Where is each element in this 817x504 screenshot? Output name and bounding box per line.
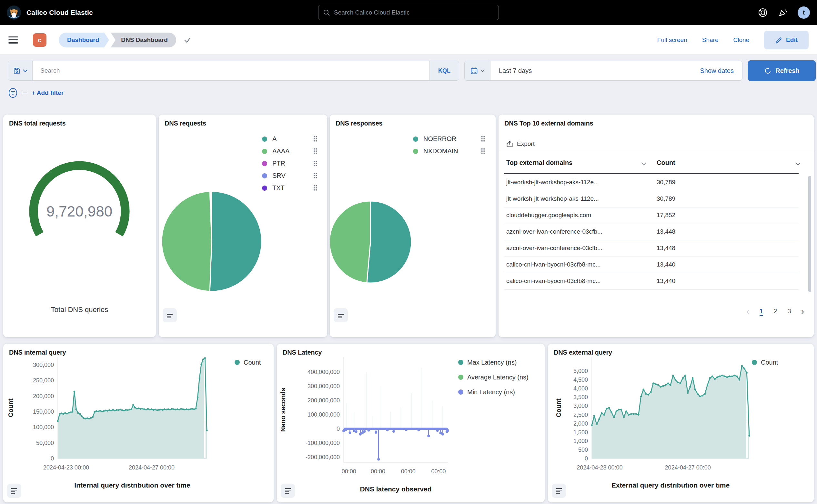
legend-actions-icon[interactable]: [314, 136, 318, 142]
cell-count: 13,448: [657, 245, 675, 252]
svg-text:500: 500: [578, 447, 588, 453]
pagination-page-3[interactable]: 3: [787, 307, 791, 315]
pagination-page-1[interactable]: 1: [760, 307, 763, 315]
pie-slice-noerror[interactable]: [367, 201, 411, 283]
time-range-value[interactable]: Last 7 days: [499, 67, 700, 75]
global-search-input[interactable]: Search Calico Cloud Elastic: [318, 5, 499, 20]
export-button[interactable]: Export: [506, 140, 535, 147]
svg-text:200,000: 200,000: [33, 393, 54, 399]
divider: [499, 152, 814, 152]
total-requests-gauge: 9,720,980: [3, 115, 156, 295]
calico-logo[interactable]: [6, 5, 21, 20]
svg-text:00:00: 00:00: [342, 468, 356, 475]
svg-text:-100,000,000: -100,000,000: [306, 440, 340, 446]
calendar-menu-button[interactable]: [465, 61, 490, 80]
legend-actions-icon[interactable]: [314, 161, 318, 166]
svg-text:250,000: 250,000: [33, 377, 54, 384]
global-search-placeholder: Search Calico Cloud Elastic: [334, 9, 409, 16]
help-icon[interactable]: [758, 7, 768, 18]
cell-domain: azcni-over-ivan-conference-03cfb...: [506, 245, 602, 252]
legend-toggle-button[interactable]: [334, 308, 348, 322]
pagination-page-2[interactable]: 2: [773, 307, 777, 315]
legend-item-noerror[interactable]: NOERROR: [413, 135, 485, 143]
kql-search-box[interactable]: Search KQL: [8, 61, 459, 81]
svg-text:2,000: 2,000: [573, 420, 588, 427]
chevron-down-icon: [480, 69, 485, 72]
legend-actions-icon[interactable]: [314, 185, 318, 191]
filter-icon[interactable]: [8, 88, 18, 98]
svg-text:200,000,000: 200,000,000: [308, 397, 340, 404]
sort-chevron-icon[interactable]: [795, 162, 801, 166]
dns-latency-line-chart: -200,000,000-100,000,0000100,000,000200,…: [277, 344, 545, 502]
breadcrumb-dns-dashboard[interactable]: DNS Dashboard: [111, 33, 176, 47]
refresh-button[interactable]: Refresh: [748, 60, 816, 81]
show-dates-button[interactable]: Show dates: [700, 67, 734, 75]
pagination-next-icon[interactable]: ›: [801, 308, 804, 315]
panel-title: DNS Latency: [283, 349, 322, 356]
list-icon: [10, 487, 18, 495]
legend-item-txt[interactable]: TXT: [262, 184, 318, 192]
pie-slice-nxdomain[interactable]: [330, 201, 370, 283]
share-button[interactable]: Share: [702, 36, 719, 44]
panel-title: DNS external query: [554, 349, 612, 356]
space-badge[interactable]: c: [33, 33, 46, 47]
panel-dns-requests: DNS requests AAAAAPTRSRVTXT: [159, 115, 327, 337]
svg-text:100,000: 100,000: [33, 424, 54, 430]
query-input-placeholder: Search: [40, 67, 429, 74]
legend-item-nxdomain[interactable]: NXDOMAIN: [413, 147, 485, 155]
user-avatar[interactable]: t: [798, 6, 810, 19]
table-row: clouddebugger.googleapis.com17,852: [499, 207, 814, 224]
dns-responses-legend: NOERRORNXDOMAIN: [413, 135, 485, 155]
list-icon: [166, 311, 174, 319]
column-header-count[interactable]: Count: [657, 159, 675, 166]
search-icon: [323, 9, 330, 16]
legend-toggle-button[interactable]: [163, 308, 177, 322]
cell-count: 30,789: [657, 195, 675, 202]
table-row: jlt-worksh-jlt-workshop-aks-112e...30,78…: [499, 191, 814, 207]
breadcrumb: Dashboard DNS Dashboard: [59, 33, 192, 47]
news-party-popper-icon[interactable]: [778, 7, 788, 18]
legend-toggle-button[interactable]: [7, 484, 21, 498]
svg-text:50,000: 50,000: [36, 440, 54, 446]
legend-label: PTR: [272, 160, 285, 167]
svg-text:00:00: 00:00: [401, 468, 416, 475]
legend-actions-icon[interactable]: [481, 136, 485, 142]
menu-icon[interactable]: [8, 36, 18, 44]
pagination-previous-icon[interactable]: ‹: [746, 308, 749, 315]
sort-chevron-icon[interactable]: [641, 162, 646, 166]
legend-toggle-button[interactable]: [552, 484, 566, 498]
edit-button[interactable]: Edit: [764, 31, 809, 49]
kql-language-button[interactable]: KQL: [429, 61, 459, 80]
full-screen-button[interactable]: Full screen: [657, 36, 687, 44]
internal-query-area-chart: 050,000100,000150,000200,000250,000300,0…: [3, 344, 274, 502]
legend-item-aaaa[interactable]: AAAA: [262, 147, 318, 155]
legend-actions-icon[interactable]: [481, 148, 485, 154]
pie-slice-a[interactable]: [210, 191, 262, 291]
legend-actions-icon[interactable]: [314, 173, 318, 179]
add-filter-button[interactable]: + Add filter: [32, 89, 64, 96]
clone-button[interactable]: Clone: [733, 36, 749, 44]
legend-dot: [413, 136, 418, 142]
legend-label: A: [272, 135, 277, 143]
table-scrollbar[interactable]: [808, 176, 811, 292]
legend-item-srv[interactable]: SRV: [262, 172, 318, 179]
svg-text:2024-04-27 00:00: 2024-04-27 00:00: [129, 464, 175, 471]
pie-slice-aaaa[interactable]: [162, 191, 212, 291]
legend-dot: [262, 161, 267, 166]
legend-toggle-button[interactable]: [281, 484, 295, 498]
svg-text:00:00: 00:00: [371, 468, 385, 475]
svg-text:5,000: 5,000: [573, 368, 588, 374]
cell-domain: calico-cni-ivan-byocni-03cfb8-mc...: [506, 277, 601, 285]
table-row: calico-cni-ivan-byocni-03cfb8-mc...13,44…: [499, 257, 814, 273]
column-header-domains[interactable]: Top external domains: [506, 159, 572, 166]
cell-domain: azcni-over-ivan-conference-03cfb...: [506, 228, 602, 235]
breadcrumb-dashboard[interactable]: Dashboard: [59, 33, 109, 47]
svg-text:400,000,000: 400,000,000: [308, 369, 340, 375]
date-picker[interactable]: Last 7 days Show dates: [464, 61, 742, 81]
legend-actions-icon[interactable]: [314, 148, 318, 154]
legend-item-a[interactable]: A: [262, 135, 318, 143]
saved-query-menu-button[interactable]: [8, 61, 33, 80]
query-bar: Search KQL Last 7 days Show dates Refres…: [0, 55, 817, 103]
legend-item-ptr[interactable]: PTR: [262, 160, 318, 167]
panel-dns-latency: DNS Latency -200,000,000-100,000,0000100…: [277, 344, 545, 502]
